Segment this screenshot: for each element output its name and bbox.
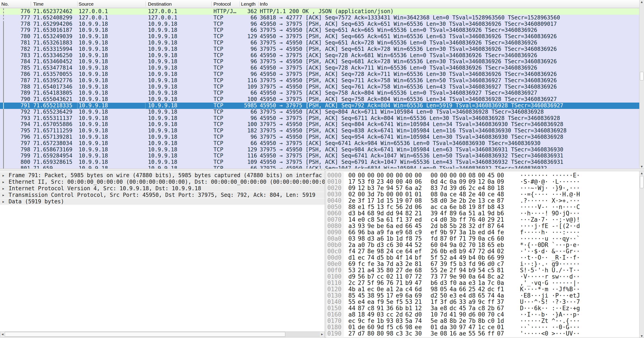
packet-row[interactable]: 78571.65347781410.9.9.1810.9.9.18TCP6645… <box>0 65 639 71</box>
packet-row[interactable]: 78071.65324903910.9.9.1810.9.9.18TCP1294… <box>0 34 639 40</box>
hex-byte: 74 <box>415 318 424 324</box>
scroll-up-icon[interactable]: ▲ <box>640 171 644 175</box>
hex-row[interactable]: 00402e3f171d1519070858d03e2b2e13ce87.?··… <box>326 198 639 204</box>
hex-row[interactable]: 00101753f023400040060d4c0a0909120a09·S·#… <box>326 178 639 185</box>
hex-row[interactable]: 003002003d7b00000101080ace482e40ce48··={… <box>326 191 639 198</box>
packet-row[interactable]: 78771.65395277610.9.9.1810.9.9.18TCP1163… <box>0 78 639 84</box>
expand-collapsed-icon[interactable]: ▸ <box>0 185 7 192</box>
hex-byte: c4 <box>405 286 415 292</box>
detail-tree-item[interactable]: ▸Data (5919 bytes) <box>0 198 324 205</box>
scroll-right-icon[interactable]: ▶ <box>320 332 324 337</box>
packet-source: 10.9.9.18 <box>77 46 146 52</box>
packet-row[interactable]: 77971.65301618710.9.9.1810.9.9.18TCP6637… <box>0 27 639 34</box>
packet-row[interactable]: 79571.65711125910.9.9.1810.9.9.18TCP1823… <box>0 128 639 134</box>
hex-row[interactable]: 00e069fcfe3a7da32e816739f5b3fd96d0c7i··:… <box>326 261 639 267</box>
packet-row[interactable]: 79371.65531113710.9.9.1810.9.9.18TCP9645… <box>0 115 639 122</box>
hex-byte: 14 <box>348 216 358 223</box>
packet-row[interactable]: 79271.65523642910.9.9.1810.9.9.18TCP6637… <box>0 109 639 115</box>
hex-row[interactable]: 000000000000000000000000000008004500····… <box>326 172 639 178</box>
detail-tree-item[interactable]: ▸Transmission Control Protocol, Src Port… <box>0 192 324 198</box>
hex-row[interactable]: 018001de609df5c698ee01da3097471cce01··`·… <box>326 324 639 330</box>
detail-tree-item[interactable]: ▸Ethernet II, Src: 00:00:00_00:00:00 (00… <box>0 179 324 185</box>
scroll-up-icon[interactable]: ▲ <box>640 0 644 4</box>
expand-collapsed-icon[interactable]: ▸ <box>0 192 7 198</box>
hex-byte: 07 <box>405 198 415 204</box>
hex-byte: 98 <box>386 330 396 337</box>
packet-row[interactable]: 79871.65867316910.9.9.1810.9.9.18TCP1293… <box>0 147 639 153</box>
hex-byte: 1c <box>478 324 488 330</box>
packet-row[interactable]: 79971.65928495410.9.9.1810.9.9.18TCP1164… <box>0 153 639 159</box>
packet-row[interactable]: 77771.652408299127.0.0.1127.0.0.1TCP6636… <box>0 15 639 21</box>
packet-protocol: TCP <box>212 96 240 102</box>
hex-row[interactable]: 019027d7808098c33c303e0816ae5556ff07'···… <box>326 330 639 337</box>
packet-row[interactable]: 77671.652372462127.0.0.1127.0.0.1HTTP/J…… <box>0 8 639 15</box>
hex-byte: 91 <box>377 305 386 311</box>
hex-row[interactable]: 007014e0c85a61f137edc4d03bff76402921···Z… <box>326 216 639 223</box>
column-separator[interactable] <box>77 1 78 6</box>
column-header-time[interactable]: Time <box>31 0 77 8</box>
hex-row[interactable]: 00b02aa07bd3c630445260049a02701865eb*·{·… <box>326 242 639 248</box>
packet-protocol: TCP <box>212 71 240 78</box>
packet-row[interactable]: 78671.65357005510.9.9.1810.9.9.18TCP9645… <box>0 71 639 78</box>
packet-row[interactable]: 78471.65346045210.9.9.1810.9.9.18TCP9637… <box>0 58 639 65</box>
packet-row[interactable]: 78871.65401734610.9.9.1810.9.9.18TCP1093… <box>0 84 639 90</box>
scrollbar-thumb[interactable] <box>5 332 285 337</box>
packet-row[interactable]: 79771.65723803410.9.9.1810.9.9.18TCP6645… <box>0 140 639 147</box>
packet-row[interactable]: 79171.65521833510.9.9.1810.9.9.18TCP5985… <box>0 102 639 109</box>
packet-row[interactable]: 78371.65334625010.9.9.1810.9.9.18TCP6645… <box>0 52 639 59</box>
hex-row[interactable]: 01308545389517e96a69d250e3e4d865744a·E8·… <box>326 292 639 299</box>
packet-row[interactable]: 79471.65705588610.9.9.1810.9.9.18TCP1003… <box>0 121 639 128</box>
packet-row[interactable]: 78971.65418380510.9.9.1810.9.9.18TCP6645… <box>0 90 639 96</box>
column-separator[interactable] <box>146 1 146 6</box>
packet-row[interactable]: 78271.65331599410.9.9.1810.9.9.18TCP9637… <box>0 46 639 52</box>
detail-tree-item[interactable]: ▸Internet Protocol Version 4, Src: 10.9.… <box>0 185 324 192</box>
details-h-scrollbar[interactable]: ◀ ▶ <box>0 332 324 337</box>
packet-row[interactable]: 80071.65932861510.9.9.1810.9.9.18TCP1094… <box>0 159 639 166</box>
packet-no: 781 <box>0 40 31 46</box>
scrollbar-thumb[interactable] <box>640 72 644 80</box>
scroll-left-icon[interactable]: ◀ <box>0 332 5 337</box>
hex-row[interactable]: 00200912b37e94576aa2837d39d62ce48018···~… <box>326 185 639 191</box>
packet-row[interactable]: 79671.65713928110.9.9.1810.9.9.18TCP9637… <box>0 134 639 140</box>
packet-no: 788 <box>0 84 31 90</box>
scrollbar-thumb[interactable] <box>640 176 644 188</box>
packet-row[interactable]: 78171.65326188310.9.9.1810.9.9.18TCP6637… <box>0 40 639 46</box>
hex-row[interactable]: 00f05321a4358027de68552e2f94b954c581S!·5… <box>326 267 639 274</box>
hex-row[interactable]: 00d0d1ec74d5bb4f14bf5f52a449b40b6699··t·… <box>326 254 639 261</box>
expand-collapsed-icon[interactable]: ▸ <box>0 179 7 185</box>
column-separator[interactable] <box>212 1 212 6</box>
column-header-destination[interactable]: Destination <box>146 0 212 8</box>
expand-collapsed-icon[interactable]: ▸ <box>0 198 7 205</box>
hex-row[interactable]: 00c0f4278e9824ce64ef260be8b94772d402·'··… <box>326 248 639 254</box>
column-separator[interactable] <box>258 1 259 6</box>
column-header-length[interactable]: Length <box>240 0 258 8</box>
column-separator[interactable] <box>240 1 240 6</box>
hex-row[interactable]: 00a00398d3a61b1df875fd870f71790ac660····… <box>326 236 639 242</box>
detail-tree-item[interactable]: ▸Frame 791: Packet, 5985 bytes on wire (… <box>0 172 324 178</box>
expand-collapsed-icon[interactable]: ▸ <box>0 172 7 178</box>
hex-row[interactable]: 005088e1f513fc562d06acca6eb8198fb843····… <box>326 204 639 210</box>
scroll-down-icon[interactable]: ▼ <box>640 165 644 168</box>
hex-row[interactable]: 01204ba1ec0ea12ac46d98054a662542dcf1K···… <box>326 286 639 292</box>
hex-row[interactable]: 01102c275f967671b947b6d3f0aae31a7c0a,'_·… <box>326 280 639 286</box>
packet-row[interactable]: 77871.65299420610.9.9.1810.9.9.18TCP9645… <box>0 21 639 27</box>
hex-row[interactable]: 0080a3939ebe6aed66452db85b2832df8764····… <box>326 223 639 229</box>
hex-row[interactable]: 0170ec9cfe1b93035a745ea88b2e7b8bc01d····… <box>326 318 639 324</box>
packet-row[interactable]: 79071.65504362110.9.9.1810.9.9.18TCP1004… <box>0 96 639 102</box>
pane-splitter[interactable]: ····· <box>0 168 644 171</box>
hex-row[interactable]: 014055e4eaf95ef553211f3fd633a99cff37U···… <box>326 299 639 305</box>
hex-row[interactable]: 0060d3b4689ddd948221394f896a51a19db6··h·… <box>326 210 639 216</box>
packet-protocol: TCP <box>212 115 240 122</box>
hex-row[interactable]: 01504487c891366bb1123ae8dc457ac82b67D···… <box>326 305 639 311</box>
packet-list-scrollbar[interactable]: ▲ ▼ <box>639 0 644 168</box>
column-header-info[interactable]: Info <box>258 0 639 8</box>
hex-dump-scrollbar[interactable]: ▲ ▼ <box>639 171 644 338</box>
hex-row[interactable]: 00906696baa9fae968c9ef9b973a1bedd4fef···… <box>326 229 639 236</box>
packet-destination: 10.9.9.18 <box>146 134 212 140</box>
column-separator[interactable] <box>31 1 31 6</box>
hex-row[interactable]: 0100d956b7cc0211077273779e900a648ca2·V··… <box>326 274 639 280</box>
column-header-protocol[interactable]: Protocol <box>212 0 240 8</box>
column-header-no[interactable]: No. <box>0 0 31 8</box>
hex-row[interactable]: 0160a8184903cc2d62d0107d4190d60070c4··I·… <box>326 311 639 318</box>
column-header-source[interactable]: Source <box>77 0 146 8</box>
